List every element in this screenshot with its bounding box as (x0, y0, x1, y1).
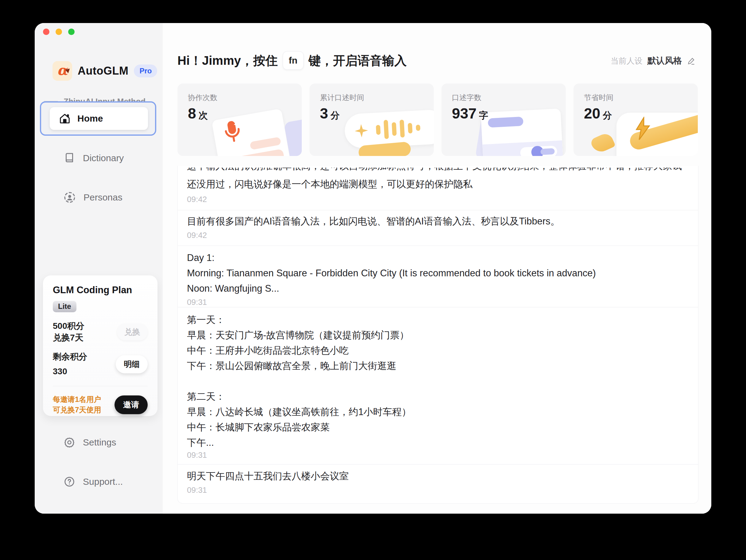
stat-label: 累计口述时间 (320, 93, 364, 103)
glm-coding-plan-card: GLM Coding Plan Lite 500积分 兑换7天 兑换 剩余积分 … (43, 275, 157, 416)
message-text: 早晨：天安门广场-故宫博物院（建议提前预约门票） (187, 328, 689, 343)
message-clipped: 这个输入法的识别准确率很高，还可以自动添加标点符号，根据上下文优化识别结果，整体… (187, 168, 689, 173)
home-icon (59, 113, 70, 124)
minimize-window-button[interactable] (56, 29, 62, 35)
stat-value: 8次 (188, 105, 208, 122)
message-text (187, 374, 689, 389)
sidebar-item-personas[interactable]: Personas (64, 189, 122, 206)
page-title: Hi！Jimmy，按住 fn 键，开启语音输入 (177, 51, 407, 70)
sidebar-item-dictionary[interactable]: Dictionary (64, 149, 124, 167)
lightning-bolt-icon (634, 117, 652, 141)
message-text: 第一天： (187, 312, 689, 328)
message-row[interactable]: Day 1: Morning: Tiananmen Square - Forbi… (178, 246, 698, 307)
message-time: 09:31 (187, 485, 689, 495)
sidebar-item-settings[interactable]: Settings (64, 434, 116, 451)
plan-divider (53, 386, 148, 386)
invite-button[interactable]: 邀请 (115, 395, 148, 414)
yellow-arc-small-illustration (590, 132, 615, 155)
message-text: Day 1: (187, 250, 689, 265)
message-text: 目前有很多国产的AI语音输入法，比如闪电说、智谱的AI语音输入法、秒言以及Tib… (187, 215, 689, 228)
stat-label: 协作次数 (188, 93, 217, 103)
dictionary-book-icon (64, 152, 75, 164)
message-text: 下午... (187, 435, 689, 450)
pro-badge: Pro (134, 64, 157, 77)
redeem-button[interactable]: 兑换 (117, 324, 148, 340)
sidebar-item-label: Home (77, 113, 103, 124)
close-window-button[interactable] (43, 29, 50, 35)
message-text: Noon: Wangfujing S... (187, 281, 689, 296)
message-text: 下午：景山公园俯瞰故宫全景，晚上前门大街逛逛 (187, 358, 689, 374)
message-row[interactable]: 明天下午四点十五我们去八楼小会议室 09:31 (178, 464, 698, 504)
app-window: α AutoGLM Pro ZhipuAI Input Method Home (35, 23, 711, 514)
message-text: Morning: Tiananmen Square - Forbidden Ci… (187, 265, 689, 281)
card-front-illustration (481, 108, 563, 156)
sidebar-item-support[interactable]: Support... (64, 473, 123, 490)
message-text: 明天下午四点十五我们去八楼小会议室 (187, 470, 689, 483)
stat-card-word-count: 口述字数 937字 (441, 84, 566, 156)
mic-illustration (211, 108, 291, 156)
stat-label: 节省时间 (584, 93, 613, 103)
message-text: 中午：王府井小吃街品尝北京特色小吃 (187, 343, 689, 358)
gear-icon (64, 437, 75, 448)
fn-keycap: fn (283, 51, 304, 70)
stats-row: 协作次数 8次 累计口述时间 3分 (177, 84, 698, 156)
invite-note: 每邀请1名用户 可兑换7天使用 (53, 394, 101, 415)
stat-value: 20分 (584, 105, 612, 122)
stat-card-collaborations: 协作次数 8次 (177, 84, 302, 156)
app-title: AutoGLM (78, 64, 128, 77)
message-text: 还没用过，闪电说好像是一个本地的端测模型，可以更好的保护隐私 (187, 177, 689, 191)
stat-card-dictation-time: 累计口述时间 3分 (310, 84, 434, 156)
stat-label: 口述字数 (452, 93, 481, 103)
message-list[interactable]: 这个输入法的识别准确率很高，还可以自动添加标点符号，根据上下文优化识别结果，整体… (177, 166, 698, 504)
persona-value: 默认风格 (648, 55, 682, 66)
message-row[interactable]: 第一天： 早晨：天安门广场-故宫博物院（建议提前预约门票） 中午：王府井小吃街品… (178, 307, 698, 464)
edit-pencil-icon[interactable] (687, 56, 696, 65)
main-panel: Hi！Jimmy，按住 fn 键，开启语音输入 当前人设 默认风格 (163, 23, 711, 514)
brand: α AutoGLM Pro (53, 61, 157, 81)
message-row[interactable]: 这个输入法的识别准确率很高，还可以自动添加标点符号，根据上下文优化识别结果，整体… (178, 166, 698, 210)
detail-button[interactable]: 明细 (116, 355, 148, 373)
message-text: 第二天： (187, 389, 689, 404)
plan-tier-badge: Lite (53, 301, 77, 312)
window-controls (43, 29, 75, 35)
message-time: 09:31 (187, 298, 689, 307)
plan-credits-text: 500积分 兑换7天 (53, 320, 84, 343)
sidebar-item-label: Dictionary (83, 153, 124, 163)
sidebar-item-label: Personas (84, 192, 122, 203)
sidebar-item-home[interactable]: Home (40, 101, 156, 136)
message-text: 中午：长城脚下农家乐品尝农家菜 (187, 420, 689, 435)
message-time: 09:42 (187, 195, 689, 204)
zoom-window-button[interactable] (68, 29, 75, 35)
stat-card-time-saved: 节省时间 20分 (573, 84, 698, 156)
help-circle-icon (64, 476, 75, 487)
stat-value: 3分 (320, 105, 340, 122)
message-time: 09:42 (187, 230, 689, 240)
message-row[interactable]: 目前有很多国产的AI语音输入法，比如闪电说、智谱的AI语音输入法、秒言以及Tib… (178, 210, 698, 246)
message-text: 早晨：八达岭长城（建议坐高铁前往，约1小时车程） (187, 404, 689, 420)
app-logo-icon: α (53, 61, 72, 81)
sidebar-item-label: Support... (83, 476, 123, 487)
personas-icon (64, 192, 76, 203)
stat-value: 937字 (452, 105, 488, 122)
persona-selector[interactable]: 当前人设 默认风格 (611, 55, 696, 66)
message-time: 09:31 (187, 450, 689, 460)
sidebar: α AutoGLM Pro ZhipuAI Input Method Home (35, 23, 163, 514)
soundwave-illustration (344, 109, 434, 148)
persona-label: 当前人设 (611, 56, 642, 66)
sidebar-item-label: Settings (83, 437, 116, 448)
plan-title: GLM Coding Plan (53, 285, 148, 296)
plan-remaining-text: 剩余积分 330 (53, 351, 87, 377)
